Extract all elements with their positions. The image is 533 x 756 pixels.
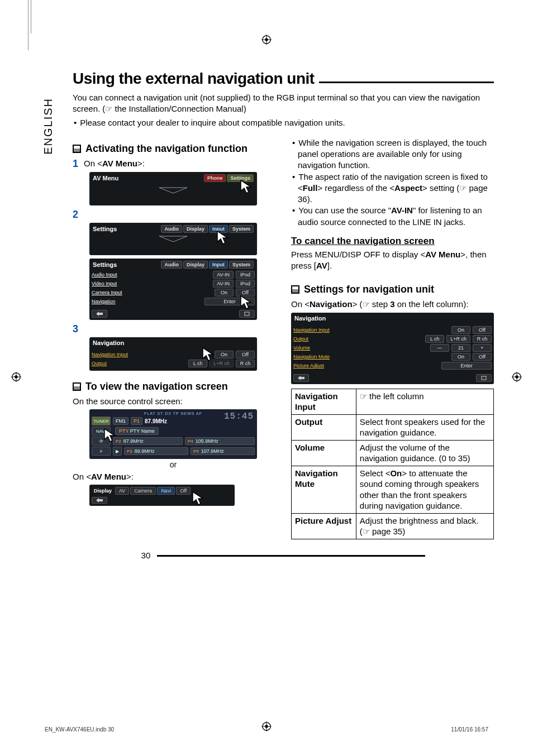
two-columns: Activating the navigation function 1 On …	[73, 137, 494, 539]
tab-display[interactable]: Display	[183, 225, 208, 233]
tab-off[interactable]: Off	[176, 487, 191, 495]
option[interactable]: Off	[473, 326, 492, 334]
label: Settings	[93, 226, 117, 232]
option[interactable]: Off	[473, 353, 492, 361]
source-button[interactable]: ≡	[92, 447, 111, 456]
bullet-item: You can use the source "AV-IN" for liste…	[291, 205, 494, 228]
preset-item[interactable]: P5107.9MHz	[191, 447, 255, 455]
settings-rows: Audio InputAV-INiPod Video InputAV-INiPo…	[89, 269, 257, 309]
plus-button[interactable]: +	[473, 344, 492, 352]
bullet-item: While the navigation screen is displayed…	[291, 137, 494, 171]
tab-system[interactable]: System	[229, 261, 254, 269]
source-button-tuner[interactable]: TUNER	[92, 417, 111, 425]
registration-mark-icon	[261, 35, 272, 47]
phone-button[interactable]: Phone	[204, 174, 226, 182]
screenshot-settings-input: Settings Audio Display Input System Audi…	[89, 259, 257, 320]
row-label: Picture Adjust	[293, 363, 439, 369]
freq: 107.9MHz	[201, 448, 224, 454]
minus-button[interactable]: —	[430, 344, 449, 352]
or-text: or	[89, 460, 257, 469]
freq: 89.9MHz	[135, 448, 155, 454]
screenshot-settings-top: Settings Audio Display Input System	[89, 223, 257, 255]
option[interactable]: L ch	[425, 335, 444, 343]
step-number: 1	[73, 158, 78, 170]
table-value: Adjust the volume of the navigation guid…	[356, 440, 493, 466]
row-nav-input: Navigation InputOnOff	[293, 326, 492, 334]
row-camera-input: Camera InputOnOff	[92, 289, 255, 296]
screenshot-title-row: Settings Audio Display Input System	[89, 259, 257, 269]
language-tab: ENGLISH	[42, 98, 55, 155]
tab-audio[interactable]: Audio	[161, 225, 182, 233]
back-button[interactable]	[92, 497, 107, 504]
play-button[interactable]: ▶	[113, 447, 122, 456]
option[interactable]: R ch	[473, 335, 492, 343]
scroll-button[interactable]	[476, 374, 492, 382]
footer: EN_KW-AVX746EU.indb 30 11/01/16 16:57	[45, 726, 488, 733]
svg-point-7	[15, 375, 17, 378]
view-intro-text: On the source control screen:	[73, 396, 275, 407]
row-label: Camera Input	[92, 290, 212, 295]
page-number: 30	[141, 551, 151, 560]
tab-input[interactable]: Input	[209, 261, 228, 269]
svg-point-4	[12, 373, 20, 381]
crop-line	[31, 0, 32, 34]
row-picture-adjust: Picture AdjustEnter	[293, 362, 492, 370]
tab-system[interactable]: System	[229, 225, 254, 233]
option[interactable]: iPod	[236, 280, 255, 288]
option[interactable]: On	[451, 326, 470, 334]
scroll-button[interactable]	[239, 310, 255, 318]
tab-audio[interactable]: Audio	[161, 261, 182, 269]
table-value: Select front speakers used for the navig…	[356, 414, 493, 440]
pty-label: PTY PTY Name	[115, 427, 159, 435]
screenshot-title: Navigation	[89, 337, 257, 348]
subheading-settings: Settings for navigation unit	[291, 284, 494, 295]
registration-mark-icon	[512, 372, 522, 384]
option[interactable]: AV-IN	[213, 271, 234, 279]
tab-navi[interactable]: Navi	[157, 487, 175, 495]
screenshot-navigation: Navigation Navigation InputOnOff OutputL…	[89, 337, 257, 371]
table-key: Picture Adjust	[292, 513, 356, 539]
table-value: Select <On> to attenuate the sound comin…	[356, 466, 493, 513]
screenshot-display: Display AV Camera Navi Off	[89, 485, 235, 506]
screenshot-bottom-bar	[291, 373, 494, 384]
subheading-text: Settings for navigation unit	[304, 284, 434, 295]
option[interactable]: AV-IN	[213, 280, 234, 288]
screenshot-title: Navigation	[291, 313, 494, 324]
section-marker-icon	[291, 285, 299, 294]
label: AV Menu	[93, 175, 118, 181]
step-text: On <AV Menu>:	[84, 158, 145, 169]
tab-camera[interactable]: Camera	[130, 487, 156, 495]
preset-item[interactable]: P287.9MHz	[113, 437, 183, 445]
settings-intro: On <Navigation> (☞ step 3 on the left co…	[291, 299, 494, 310]
table-row: Navigation MuteSelect <On> to attenuate …	[292, 466, 494, 513]
option[interactable]: On	[451, 353, 470, 361]
freq: 87.9MHz	[123, 438, 144, 444]
back-button[interactable]	[293, 374, 309, 382]
subheading-activating: Activating the navigation function	[73, 143, 275, 155]
right-column: While the navigation screen is displayed…	[291, 137, 494, 539]
preset-item[interactable]: P389.9MHz	[124, 447, 188, 455]
tab-av[interactable]: AV	[115, 487, 129, 495]
row-audio-input: Audio InputAV-INiPod	[92, 271, 255, 279]
option[interactable]: On	[215, 289, 234, 296]
table-key: Volume	[292, 440, 356, 466]
back-button[interactable]	[92, 310, 107, 318]
text: >:	[137, 159, 145, 168]
title-rule	[319, 82, 494, 83]
label: Display	[92, 488, 114, 494]
row-label: Output	[293, 336, 423, 342]
bold-text: AV Menu	[102, 159, 137, 168]
heading-text: To cancel the navigation screen	[291, 236, 494, 247]
tab-display[interactable]: Display	[183, 261, 208, 269]
preset-item[interactable]: P4105.9MHz	[185, 437, 255, 445]
subheading-view: To view the navigation screen	[73, 381, 275, 393]
enter-button[interactable]: Enter	[441, 362, 492, 370]
screenshot-tuner: 15:45 FLAT ST DX TP NEWS AF TUNER FM1 P1…	[89, 409, 257, 459]
pointer-icon	[239, 179, 256, 195]
option[interactable]: iPod	[236, 271, 255, 279]
row-nav-input: Navigation InputOnOff	[92, 351, 255, 358]
footer-right: 11/01/16 16:57	[451, 726, 488, 733]
option[interactable]: L+R ch	[446, 335, 470, 343]
option[interactable]: Off	[236, 351, 255, 358]
option[interactable]: R ch	[236, 360, 255, 367]
